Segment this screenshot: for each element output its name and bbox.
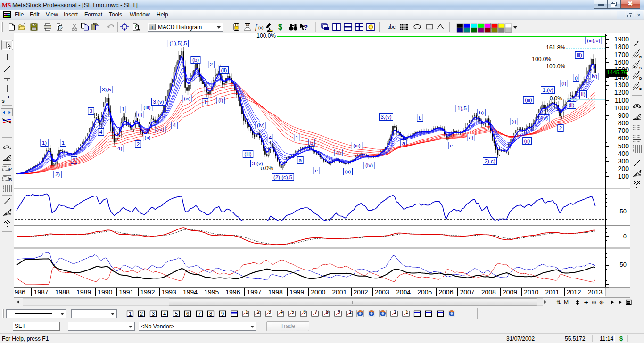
svg-text:4: 4 <box>99 129 103 135</box>
svg-text:1990: 1990 <box>98 288 112 296</box>
svg-text:E: E <box>639 87 642 91</box>
svg-text:(ii): (ii) <box>145 135 151 140</box>
svg-text:1445.76: 1445.76 <box>607 69 627 76</box>
svg-text:50: 50 <box>620 208 627 215</box>
svg-text:⊕: ⊕ <box>599 299 604 306</box>
svg-text:1997: 1997 <box>247 288 262 296</box>
svg-text:M: M <box>564 299 569 306</box>
svg-text:2002: 2002 <box>354 288 368 296</box>
svg-text:(iii): (iii) <box>353 143 360 148</box>
svg-text:1: 1 <box>62 140 65 146</box>
svg-text:⇅: ⇅ <box>556 299 561 306</box>
svg-text:2012: 2012 <box>567 288 581 296</box>
svg-text:1700: 1700 <box>614 51 629 58</box>
svg-text:1989: 1989 <box>76 288 91 296</box>
svg-text:2013: 2013 <box>588 288 603 296</box>
svg-text:100.0%: 100.0% <box>546 63 565 70</box>
svg-text:2011: 2011 <box>545 288 559 296</box>
svg-text:2003: 2003 <box>375 288 389 296</box>
svg-text:2: 2 <box>559 125 562 131</box>
svg-text:$: $ <box>278 23 282 31</box>
svg-text:5: 5 <box>291 310 294 315</box>
svg-text:⊖: ⊖ <box>592 299 597 306</box>
svg-text:(i): (i) <box>512 119 516 124</box>
svg-text:(ii): (ii) <box>569 102 575 108</box>
svg-text:(iv): (iv) <box>365 163 373 168</box>
svg-text:2004: 2004 <box>396 288 411 296</box>
svg-text:1900: 1900 <box>614 35 629 43</box>
svg-text:1: 1 <box>122 106 124 112</box>
svg-text:1988: 1988 <box>55 288 70 296</box>
svg-text:iii): iii) <box>577 52 582 58</box>
svg-text:2005: 2005 <box>417 288 432 296</box>
svg-text:1000: 1000 <box>614 104 629 112</box>
svg-text:9: 9 <box>338 310 340 315</box>
svg-text:2009: 2009 <box>503 288 517 296</box>
svg-text:300: 300 <box>618 157 629 165</box>
svg-text:100.0%: 100.0% <box>532 56 551 63</box>
svg-text:4: 4 <box>280 310 283 315</box>
svg-text:3),5: 3),5 <box>102 87 111 92</box>
svg-text:(x): (x) <box>258 25 264 30</box>
svg-text:8: 8 <box>326 310 329 315</box>
svg-text:2010: 2010 <box>524 288 538 296</box>
svg-text:2: 2 <box>257 310 260 315</box>
svg-text:(b): (b) <box>192 57 199 63</box>
svg-text:800: 800 <box>618 119 629 127</box>
svg-text:a): a) <box>469 135 473 140</box>
svg-text:3,(v): 3,(v) <box>153 99 164 105</box>
svg-text:(ii): (ii) <box>524 138 530 144</box>
svg-text:2001: 2001 <box>332 288 347 296</box>
svg-text:500: 500 <box>618 142 629 150</box>
svg-text:c: c <box>450 143 453 148</box>
svg-text:100: 100 <box>618 172 629 180</box>
svg-text:2: 2 <box>140 311 143 317</box>
svg-text:50: 50 <box>620 261 627 268</box>
svg-text:1993: 1993 <box>162 288 176 296</box>
svg-text:(ii): (ii) <box>221 67 227 73</box>
svg-text:(a): (a) <box>184 96 190 101</box>
svg-text:(1),5),5: (1),5),5 <box>169 41 187 46</box>
svg-text:1: 1 <box>129 311 132 317</box>
svg-text:4: 4 <box>173 122 176 128</box>
svg-text:1): 1) <box>42 140 47 146</box>
svg-text:(2),(c),5: (2),(c),5 <box>273 174 292 180</box>
svg-text:3: 3 <box>152 311 155 317</box>
svg-text:(iii): (iii) <box>244 151 251 157</box>
svg-text:4: 4 <box>163 311 166 317</box>
svg-text:2006: 2006 <box>438 288 453 296</box>
svg-text:1998: 1998 <box>268 288 283 296</box>
svg-text:1),5: 1),5 <box>457 106 467 111</box>
svg-text:(iii): (iii) <box>143 105 150 110</box>
svg-text:900: 900 <box>618 112 629 119</box>
svg-text:3: 3 <box>268 310 271 315</box>
svg-text:1800: 1800 <box>614 43 629 50</box>
svg-text:(i): (i) <box>561 81 566 86</box>
svg-text:9: 9 <box>221 311 224 317</box>
svg-text:6: 6 <box>303 310 306 315</box>
svg-text:2): 2) <box>55 172 60 177</box>
svg-text:1100: 1100 <box>615 97 629 104</box>
svg-text:6: 6 <box>186 311 189 317</box>
svg-text:abc: abc <box>388 24 396 30</box>
svg-text:ii): ii) <box>581 91 586 97</box>
svg-text:1999: 1999 <box>289 288 304 296</box>
svg-text:1: 1 <box>349 310 352 315</box>
svg-text:R: R <box>639 55 642 59</box>
svg-text:4: 4 <box>269 135 272 140</box>
svg-text:100.0%: 100.0% <box>256 33 276 39</box>
svg-text:b): b) <box>479 110 484 115</box>
svg-text:7: 7 <box>198 311 201 317</box>
svg-text:1300: 1300 <box>614 81 629 89</box>
svg-text:2000: 2000 <box>311 288 325 296</box>
svg-text:700: 700 <box>618 127 629 134</box>
svg-text:1995: 1995 <box>204 288 219 296</box>
svg-text:P: P <box>9 167 12 172</box>
svg-text:(i): (i) <box>138 112 142 117</box>
svg-text:1: 1 <box>405 310 408 315</box>
svg-text:✚: ✚ <box>584 300 588 305</box>
svg-text:1: 1 <box>296 135 298 140</box>
svg-text:(ii): (ii) <box>345 169 351 174</box>
svg-text:i): i) <box>575 75 578 81</box>
svg-text:2: 2 <box>137 141 140 147</box>
